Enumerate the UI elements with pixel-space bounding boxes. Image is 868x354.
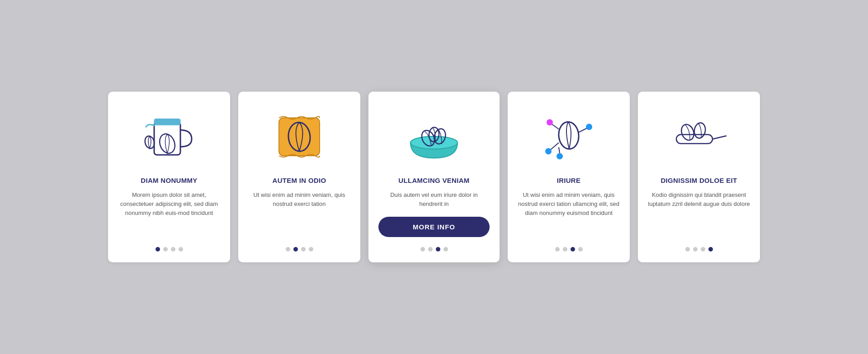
card-diam-nonummy: DIAM NONUMMY Morem ipsum dolor sit amet,… [108,92,230,262]
dot [685,247,690,252]
dot [578,247,583,252]
dot [436,247,440,252]
bowl-almond-icon [400,107,468,166]
dot [156,247,160,252]
dot [163,247,168,252]
dot [555,247,560,252]
dot [428,247,433,252]
jug-almond-icon [140,110,198,164]
card2-text: Ut wisi enim ad minim veniam, quis nostr… [248,191,350,237]
svg-point-16 [545,148,552,154]
svg-line-19 [559,147,560,153]
svg-point-18 [557,153,563,159]
card1-text: Morem ipsum dolor sit amet, consectetuer… [118,191,220,237]
dot [701,247,705,252]
scoop-almond-icon [667,110,731,164]
svg-point-17 [586,124,592,130]
svg-rect-1 [154,119,180,125]
dot [286,247,290,252]
card4-text: Ut wisi enim ad minim veniam, quis nostr… [518,191,620,237]
card2-title: AUTEM IN ODIO [273,177,326,184]
card-iriure: IRIURE Ut wisi enim ad minim veniam, qui… [508,92,630,262]
dot [309,247,313,252]
icon-area-2 [248,105,350,168]
card1-title: DIAM NONUMMY [141,177,197,184]
dot [179,247,183,252]
svg-point-15 [547,119,553,126]
card5-dots [685,247,713,252]
svg-point-2 [157,132,177,155]
icon-area-4 [518,105,620,168]
dot [443,247,448,252]
dot [301,247,306,252]
svg-point-22 [679,122,696,142]
svg-line-13 [550,143,559,150]
molecule-almond-icon [537,107,600,166]
dot [420,247,425,252]
dot [563,247,567,252]
icon-area-3 [378,105,490,168]
card-autem-in-odio: AUTEM IN ODIO Ut wisi enim ad minim veni… [238,92,360,262]
dot [571,247,575,252]
dot [171,247,175,252]
dot [293,247,298,252]
dot [693,247,698,252]
card4-dots [555,247,583,252]
icon-area-1 [118,105,220,168]
icon-area-5 [648,105,750,168]
card5-title: DIGNISSIM DOLOE EIT [660,177,737,184]
package-almond-icon [270,110,329,164]
svg-point-23 [693,122,707,139]
card1-dots [156,247,183,252]
svg-line-21 [712,136,726,139]
card5-text: Kodio dignissim qui blandit praesent lup… [648,191,750,237]
card3-title: ULLAMCING VENIAM [398,177,469,184]
card2-dots [286,247,313,252]
cards-container: DIAM NONUMMY Morem ipsum dolor sit amet,… [81,74,787,280]
card3-dots [420,247,448,252]
card-dignissim-doloe-eit: DIGNISSIM DOLOE EIT Kodio dignissim qui … [638,92,760,262]
card4-title: IRIURE [557,177,581,184]
dot [708,247,713,252]
svg-rect-0 [154,122,180,155]
svg-rect-20 [676,135,712,144]
more-info-button[interactable]: MORE INFO [378,217,490,237]
card-ullamcing-veniam: ULLAMCING VENIAM Duis autem vel eum iriu… [368,92,500,262]
card3-text: Duis autem vel eum iriure dolor in hendr… [378,191,490,209]
